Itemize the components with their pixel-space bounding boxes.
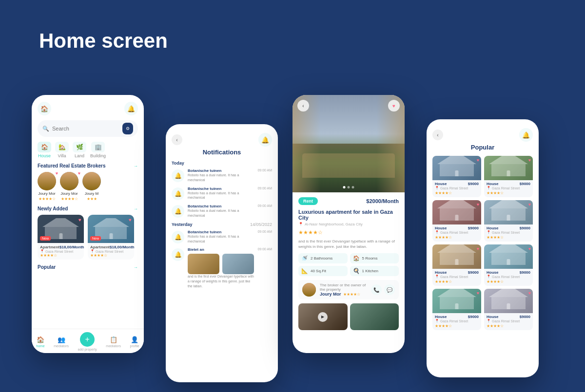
- add-property-btn[interactable]: +: [80, 332, 95, 347]
- pop-heart-5[interactable]: ♥: [477, 246, 479, 251]
- pop-heart-4[interactable]: ♥: [528, 202, 531, 207]
- prop-2-location: 📍 Gaza Rimal Street: [90, 249, 132, 253]
- prop-2-heart[interactable]: ♥: [129, 217, 132, 223]
- phone1-header: 🏠 🔔: [38, 102, 138, 115]
- popular-see-all[interactable]: →: [134, 265, 138, 270]
- thumb-1[interactable]: ▶: [298, 303, 348, 330]
- pop-stars-8: ★★★★☆: [487, 324, 530, 328]
- broker-1-heart[interactable]: ♥: [56, 171, 58, 176]
- area-label: 40 Sq.Fit: [311, 269, 326, 273]
- prop-1-heart[interactable]: ♥: [78, 217, 81, 223]
- bathroom-icon: 🚿: [301, 255, 308, 261]
- pop-loc-2: 📍 Gaza Rimal Street: [487, 186, 530, 190]
- pop-info-1: House $9000 📍 Gaza Rimal Street ★★★★☆: [432, 180, 481, 197]
- brokers-section-header: Featured Real Estate Brokers →: [38, 163, 138, 168]
- nav-home[interactable]: 🏠 home: [36, 336, 45, 348]
- chat-btn[interactable]: 💬: [384, 284, 395, 295]
- pop-heart-1[interactable]: ♥: [477, 158, 479, 163]
- home-icon[interactable]: 🏠: [38, 102, 51, 115]
- pop-info-7: House $9000 📍 Gaza Rimal Street ★★★★☆: [432, 313, 481, 330]
- detail-back-btn[interactable]: ‹: [297, 100, 309, 112]
- prop-1-type: Apartment: [40, 245, 59, 249]
- nav-profile[interactable]: 👤 profile: [130, 336, 139, 348]
- broker-1[interactable]: ♥ Joury Mor ★★★★☆: [38, 172, 56, 201]
- broker-role-label: The broker or the owner of the property: [320, 283, 367, 292]
- pop-house-7[interactable]: ♥ House $9000 📍 Gaza Rimal Street ★★★★☆: [432, 289, 481, 330]
- area-icon: 📐: [301, 268, 308, 274]
- page-title: Home screen: [39, 29, 168, 53]
- newly-prop-1[interactable]: New ♥ Apartment $18,00/Month 📍 Gaza Rima…: [38, 215, 84, 260]
- pop-type-7: House: [435, 315, 447, 319]
- pop-img-1: ♥: [432, 156, 481, 180]
- detail-heart-btn[interactable]: ♥: [388, 100, 400, 112]
- notif-2[interactable]: 🔔 Botanische tuinen Roboto has a dual na…: [172, 187, 272, 201]
- pop-house-6[interactable]: ♥ House $9000 📍 Gaza Rimal Street ★★★★☆: [484, 244, 533, 286]
- play-btn[interactable]: ▶: [318, 312, 328, 322]
- popular-grid: ♥ House $9000 📍 Gaza Rimal Street ★★★★☆: [432, 156, 533, 330]
- brokers-see-all[interactable]: →: [134, 164, 138, 168]
- notification-icon[interactable]: 🔔: [124, 102, 138, 115]
- nav-mediators-2[interactable]: 📋 mediators: [106, 336, 121, 348]
- broker-3-name: Joury M: [85, 191, 98, 196]
- hero-image: ‹ ♥: [292, 95, 405, 192]
- broker-2-heart[interactable]: ♥: [78, 171, 80, 176]
- pop-price-8: $9000: [520, 315, 530, 319]
- cat-building[interactable]: 🏢 Building: [90, 142, 106, 158]
- pop-house-1[interactable]: ♥ House $9000 📍 Gaza Rimal Street ★★★★☆: [432, 156, 481, 197]
- notif-5[interactable]: 🔔 Bietet an and is the first ever Devang…: [172, 247, 272, 288]
- thumb-2[interactable]: [350, 303, 399, 330]
- pop-type-6: House: [487, 270, 498, 275]
- nav-mediators-1[interactable]: 👥 mediators: [54, 336, 69, 348]
- notif-1[interactable]: 🔔 Botanische tuinen Roboto has a dual na…: [172, 168, 272, 183]
- cat-land[interactable]: 🌿 Land: [73, 142, 86, 158]
- pop-house-2[interactable]: ♥ House $9000 📍 Gaza Rimal Street ★★★★☆: [484, 156, 533, 197]
- cat-villa-label: Villa: [58, 153, 66, 158]
- cat-villa[interactable]: 🏡 Villa: [55, 142, 69, 158]
- broker-3-avatar: [82, 172, 101, 190]
- cat-house[interactable]: 🏠 House: [38, 142, 51, 158]
- broker-1-avatar: [38, 172, 56, 190]
- rent-price-row: Rent $2000/Month: [298, 197, 399, 205]
- popular-back-btn[interactable]: ‹: [432, 130, 443, 140]
- search-input[interactable]: [52, 126, 119, 131]
- pop-pin-7: 📍: [435, 319, 439, 323]
- pop-stars-3: ★★★★☆: [435, 235, 479, 240]
- nav-add-property[interactable]: + add property: [78, 332, 97, 351]
- pop-heart-3[interactable]: ♥: [477, 202, 479, 207]
- newly-prop-2[interactable]: New ♥ Apartment $18,00/Month 📍 Gaza Rima…: [88, 215, 134, 260]
- pop-heart-6[interactable]: ♥: [528, 246, 531, 251]
- broker-2[interactable]: ♥ Joury Mor ★★★★☆: [60, 172, 78, 201]
- notif-3-title: Botanische tuinen: [188, 204, 254, 208]
- villa-cat-icon: 🏡: [55, 142, 69, 152]
- phone-detail: ‹ ♥ Rent $2000/Month Luxurious apartment…: [292, 95, 405, 353]
- newly-see-all[interactable]: →: [134, 206, 138, 211]
- pop-house-3[interactable]: ♥ House $9000 📍 Gaza Rimal Street ★★★★☆: [432, 200, 481, 242]
- notif-bell-icon[interactable]: 🔔: [258, 133, 272, 147]
- pop-heart-8[interactable]: ♥: [528, 291, 531, 296]
- pop-house-5[interactable]: ♥ House $9000 📍 Gaza Rimal Street ★★★★☆: [432, 244, 481, 286]
- notif-back-btn[interactable]: ‹: [172, 134, 182, 145]
- newly-section-header: Newly Added →: [38, 206, 138, 211]
- bathroom-label: 2 Bathrooms: [311, 256, 332, 261]
- today-label: Today: [172, 161, 272, 166]
- notif-5-desc: and is the first ever Devangari typeface…: [188, 274, 254, 288]
- features-grid: 🚿 2 Bathrooms 🏠 5 Rooms 📐 40 Sq.Fit 🍳 1 …: [298, 253, 399, 276]
- call-btn[interactable]: 📞: [371, 284, 382, 295]
- nav-med2-label: mediators: [106, 344, 121, 348]
- popular-bell-icon[interactable]: 🔔: [519, 128, 533, 142]
- filter-button[interactable]: ⚙: [122, 123, 133, 134]
- detail-stars: ★★★★☆: [298, 229, 399, 236]
- pop-loc-3: 📍 Gaza Rimal Street: [435, 230, 479, 234]
- pop-heart-7[interactable]: ♥: [477, 291, 479, 296]
- notif-3[interactable]: 🔔 Botanische tuinen Roboto has a dual na…: [172, 204, 272, 218]
- pop-heart-2[interactable]: ♥: [528, 158, 531, 163]
- notif-4[interactable]: 🔔 Botanische tuinen Roboto has a dual na…: [172, 230, 272, 244]
- broker-3[interactable]: Joury M ★★★: [82, 172, 101, 201]
- search-icon: 🔍: [42, 126, 49, 132]
- pop-house-8[interactable]: ♥ House $9000 📍 Gaza Rimal Street ★★★★☆: [484, 289, 533, 330]
- pop-house-4[interactable]: ♥ House $9000 📍 Gaza Rimal Street ★★★★☆: [484, 200, 533, 242]
- nav-mediators-icon: 👥: [58, 336, 65, 343]
- pop-type-4: House: [487, 226, 498, 230]
- popular-section-header: Popular →: [38, 264, 138, 270]
- notif-4-icon: 🔔: [172, 231, 184, 243]
